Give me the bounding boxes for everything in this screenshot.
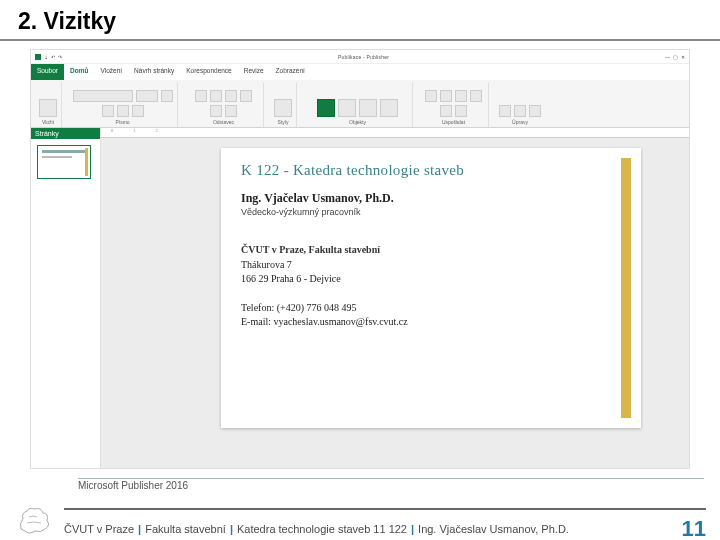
shapes-icon[interactable] bbox=[380, 99, 398, 117]
business-card-page[interactable]: K 122 - Katedra technologie staveb Ing. … bbox=[221, 148, 641, 428]
bullets-icon[interactable] bbox=[195, 90, 207, 102]
qat-save-icon[interactable]: ⤓ bbox=[44, 54, 48, 60]
align-icon[interactable] bbox=[470, 90, 482, 102]
ribbon-group-styles: Styly bbox=[270, 82, 297, 127]
ribbon-label-arrange: Uspořádat bbox=[442, 119, 465, 125]
numbering-icon[interactable] bbox=[210, 90, 222, 102]
ribbon-group-clipboard: Vložit bbox=[35, 82, 62, 127]
card-addr-line2: Thákurova 7 bbox=[241, 258, 603, 273]
ribbon-label-styles: Styly bbox=[278, 119, 289, 125]
select-icon[interactable] bbox=[529, 105, 541, 117]
window-controls: — ▢ ✕ bbox=[665, 54, 685, 60]
find-icon[interactable] bbox=[499, 105, 511, 117]
tab-pagedesign[interactable]: Návrh stránky bbox=[128, 64, 180, 80]
title-underline bbox=[0, 39, 720, 41]
align-right-icon[interactable] bbox=[210, 105, 222, 117]
underline-icon[interactable] bbox=[117, 105, 129, 117]
card-role: Vědecko-výzkumný pracovník bbox=[241, 207, 603, 217]
slide-page-number: 11 bbox=[682, 516, 706, 540]
card-content: K 122 - Katedra technologie staveb Ing. … bbox=[221, 148, 641, 358]
align-center-icon[interactable] bbox=[240, 90, 252, 102]
italic-icon[interactable] bbox=[102, 105, 114, 117]
footer-org: ČVUT v Praze bbox=[64, 523, 134, 535]
separator-icon: | bbox=[411, 523, 414, 535]
minimize-icon[interactable]: — bbox=[665, 54, 670, 60]
textbox-icon[interactable] bbox=[317, 99, 335, 117]
footer-author: Ing. Vjačeslav Usmanov, Ph.D. bbox=[418, 523, 569, 535]
ribbon-group-objects: Objekty bbox=[303, 82, 413, 127]
card-phone: Telefon: (+420) 776 048 495 bbox=[241, 301, 603, 316]
align-left-icon[interactable] bbox=[225, 90, 237, 102]
card-address-block: ČVUT v Praze, Fakulta stavební Thákurova… bbox=[241, 243, 603, 287]
ribbon-group-arrange: Uspořádat bbox=[419, 82, 489, 127]
ruler-tick: 1 bbox=[133, 128, 135, 137]
tab-mailings[interactable]: Korespondence bbox=[180, 64, 238, 80]
group-icon[interactable] bbox=[440, 105, 452, 117]
paste-icon[interactable] bbox=[39, 99, 57, 117]
card-contact-block: Telefon: (+420) 776 048 495 E-mail: vyac… bbox=[241, 301, 603, 330]
pictures-icon[interactable] bbox=[338, 99, 356, 117]
card-accent-stripe bbox=[621, 158, 631, 418]
tab-insert[interactable]: Vložení bbox=[94, 64, 128, 80]
card-email: E-mail: vyacheslav.usmanov@fsv.cvut.cz bbox=[241, 315, 603, 330]
qat-redo-icon[interactable]: ↷ bbox=[58, 54, 62, 60]
window-titlebar: ⤓ ↶ ↷ Publikace - Publisher — ▢ ✕ bbox=[31, 50, 689, 64]
replace-icon[interactable] bbox=[514, 105, 526, 117]
quick-access-toolbar: ⤓ ↶ ↷ bbox=[35, 54, 62, 60]
line-spacing-icon[interactable] bbox=[225, 105, 237, 117]
ribbon-group-font: Písmo bbox=[68, 82, 178, 127]
pages-panel-header: Stránky bbox=[31, 128, 100, 139]
table-icon[interactable] bbox=[359, 99, 377, 117]
send-backward-icon[interactable] bbox=[455, 90, 467, 102]
window-title: Publikace - Publisher bbox=[338, 54, 389, 60]
thumb-line bbox=[42, 150, 86, 153]
slide-title: 2. Vizitky bbox=[0, 0, 720, 39]
close-icon[interactable]: ✕ bbox=[681, 54, 685, 60]
separator-icon: | bbox=[138, 523, 141, 535]
ribbon-label-paragraph: Odstavec bbox=[213, 119, 234, 125]
ribbon-label-objects: Objekty bbox=[349, 119, 366, 125]
font-color-icon[interactable] bbox=[132, 105, 144, 117]
card-department: K 122 - Katedra technologie staveb bbox=[241, 162, 603, 179]
footer-faculty: Fakulta stavební bbox=[145, 523, 226, 535]
ruler-tick: 0 bbox=[111, 128, 113, 137]
slide-footer: ČVUT v Praze | Fakulta stavební | Katedr… bbox=[0, 498, 720, 540]
tab-review[interactable]: Revize bbox=[238, 64, 270, 80]
app-icon bbox=[35, 54, 41, 60]
card-addr-line1: ČVUT v Praze, Fakulta stavební bbox=[241, 243, 603, 258]
thumb-stripe bbox=[85, 148, 88, 176]
qat-undo-icon[interactable]: ↶ bbox=[51, 54, 55, 60]
ribbon-label-font: Písmo bbox=[115, 119, 129, 125]
tab-file[interactable]: Soubor bbox=[31, 64, 64, 80]
card-addr-line3: 166 29 Praha 6 - Dejvice bbox=[241, 272, 603, 287]
ribbon-group-editing: Úpravy bbox=[495, 82, 545, 127]
maximize-icon[interactable]: ▢ bbox=[673, 54, 678, 60]
cvut-lion-icon bbox=[14, 503, 56, 535]
pages-panel: Stránky bbox=[31, 128, 101, 468]
ribbon-group-paragraph: Odstavec bbox=[184, 82, 264, 127]
publisher-screenshot: ⤓ ↶ ↷ Publikace - Publisher — ▢ ✕ Soubor… bbox=[30, 49, 690, 469]
styles-icon[interactable] bbox=[274, 99, 292, 117]
horizontal-ruler: 0 1 2 bbox=[101, 128, 689, 138]
bring-forward-icon[interactable] bbox=[440, 90, 452, 102]
ribbon: Vložit Písmo Odstavec bbox=[31, 80, 689, 128]
card-person-name: Ing. Vjačelav Usmanov, Ph.D. bbox=[241, 191, 603, 206]
ribbon-tabs: Soubor Domů Vložení Návrh stránky Koresp… bbox=[31, 64, 689, 80]
font-family-dropdown[interactable] bbox=[73, 90, 133, 102]
page-thumbnail[interactable] bbox=[37, 145, 91, 179]
tab-view[interactable]: Zobrazení bbox=[270, 64, 311, 80]
font-size-dropdown[interactable] bbox=[136, 90, 158, 102]
screenshot-caption: Microsoft Publisher 2016 bbox=[78, 480, 188, 491]
rotate-icon[interactable] bbox=[455, 105, 467, 117]
separator-icon: | bbox=[230, 523, 233, 535]
canvas-area[interactable]: 0 1 2 K 122 - Katedra technologie staveb… bbox=[101, 128, 689, 468]
footer-dept: Katedra technologie staveb 11 122 bbox=[237, 523, 407, 535]
ruler-tick: 2 bbox=[155, 128, 157, 137]
footer-text: ČVUT v Praze | Fakulta stavební | Katedr… bbox=[64, 508, 706, 540]
ribbon-label-paste: Vložit bbox=[42, 119, 54, 125]
bold-icon[interactable] bbox=[161, 90, 173, 102]
wrap-text-icon[interactable] bbox=[425, 90, 437, 102]
caption-underline bbox=[78, 478, 704, 479]
tab-home[interactable]: Domů bbox=[64, 64, 94, 80]
ribbon-label-editing: Úpravy bbox=[512, 119, 528, 125]
